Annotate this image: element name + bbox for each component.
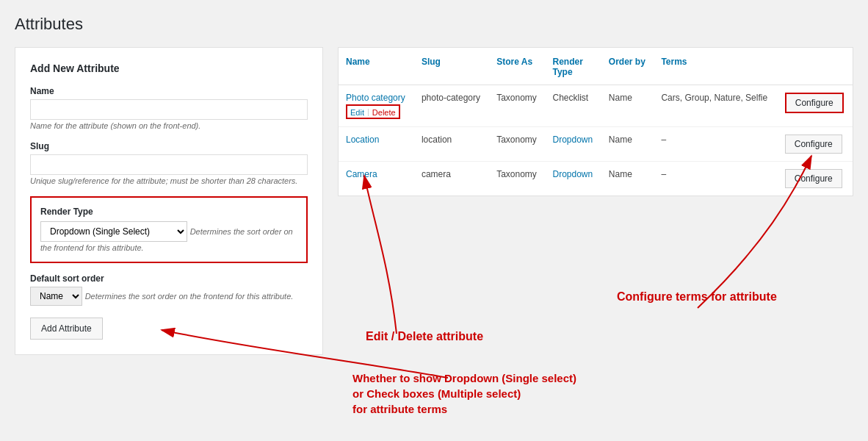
- sort-order-help: Determines the sort order on the fronten…: [85, 292, 294, 301]
- page-title: Attributes: [15, 15, 853, 34]
- row1-name-link[interactable]: Photo category: [346, 93, 407, 103]
- slug-field-group: Slug Unique slug/reference for the attri…: [30, 141, 308, 186]
- slug-input[interactable]: [30, 154, 308, 175]
- left-panel: Add New Attribute Name Name for the attr…: [15, 47, 323, 355]
- row3-render-type: Dropdown: [546, 162, 601, 196]
- render-type-box: Render Type Dropdown (Single Select) Che…: [30, 196, 308, 263]
- name-label: Name: [30, 86, 308, 96]
- table-row: Camera camera Taxonomy Dropdown Name – C…: [339, 162, 853, 196]
- row1-configure-button[interactable]: Configure: [785, 93, 844, 113]
- row2-terms: –: [654, 127, 777, 162]
- row1-delete-link[interactable]: Delete: [369, 107, 399, 118]
- row3-slug: camera: [414, 162, 489, 196]
- row1-slug: photo-category: [414, 85, 489, 127]
- row1-render-type: Checklist: [546, 85, 601, 127]
- main-layout: Add New Attribute Name Name for the attr…: [15, 47, 853, 355]
- row3-configure-cell: Configure: [778, 162, 853, 196]
- row3-terms: –: [654, 162, 777, 196]
- col-order-by: Order by: [601, 48, 654, 85]
- row3-order-by: Name: [601, 162, 654, 196]
- row1-order-by: Name: [601, 85, 654, 127]
- col-slug: Slug: [414, 48, 489, 85]
- name-input[interactable]: [30, 99, 308, 120]
- row2-slug: location: [414, 127, 489, 162]
- add-attribute-button[interactable]: Add Attribute: [30, 318, 103, 340]
- page-wrapper: Attributes Add New Attribute Name Name f…: [0, 0, 868, 441]
- attributes-table: Name Slug Store As RenderType Order by T…: [339, 48, 853, 196]
- col-store-as: Store As: [489, 48, 545, 85]
- row3-store-as: Taxonomy: [489, 162, 545, 196]
- col-terms: Terms: [654, 48, 777, 85]
- row1-edit-link[interactable]: Edit: [347, 107, 367, 118]
- row1-store-as: Taxonomy: [489, 85, 545, 127]
- render-type-label: Render Type: [40, 207, 297, 217]
- row2-configure-button[interactable]: Configure: [785, 135, 842, 154]
- add-new-attribute-heading: Add New Attribute: [30, 62, 308, 74]
- table-row: Location location Taxonomy Dropdown Name…: [339, 127, 853, 162]
- table-row: Photo category Edit | Delete photo-categ…: [339, 85, 853, 127]
- row2-store-as: Taxonomy: [489, 127, 545, 162]
- sort-order-field-group: Default sort order Name ID Slug Count De…: [30, 273, 308, 306]
- row2-name-cell: Location: [339, 127, 414, 162]
- row2-order-by: Name: [601, 127, 654, 162]
- row3-name-link[interactable]: Camera: [346, 169, 407, 179]
- name-field-group: Name Name for the attribute (shown on th…: [30, 86, 308, 131]
- row2-name-link[interactable]: Location: [346, 135, 407, 145]
- name-help-text: Name for the attribute (shown on the fro…: [30, 121, 200, 130]
- row1-configure-cell: Configure: [778, 85, 853, 127]
- sort-order-select[interactable]: Name ID Slug Count: [30, 287, 82, 306]
- row1-name-cell: Photo category Edit | Delete: [339, 85, 414, 127]
- row3-configure-button[interactable]: Configure: [785, 169, 842, 188]
- slug-label: Slug: [30, 141, 308, 151]
- row2-configure-cell: Configure: [778, 127, 853, 162]
- render-type-select[interactable]: Dropdown (Single Select) Checklist (Mult…: [40, 221, 187, 242]
- sort-order-label: Default sort order: [30, 273, 308, 284]
- annotation-dropdown: Whether to show Dropdown (Single select)…: [352, 370, 576, 417]
- row3-name-cell: Camera: [339, 162, 414, 196]
- col-name: Name: [339, 48, 414, 85]
- row2-render-type: Dropdown: [546, 127, 601, 162]
- col-render-type: RenderType: [546, 48, 601, 85]
- right-panel: Name Slug Store As RenderType Order by T…: [338, 47, 853, 196]
- edit-delete-box: Edit | Delete: [346, 104, 400, 119]
- slug-help-text: Unique slug/reference for the attribute;…: [30, 176, 297, 185]
- row1-terms: Cars, Group, Nature, Selfie: [654, 85, 777, 127]
- col-configure: [778, 48, 853, 85]
